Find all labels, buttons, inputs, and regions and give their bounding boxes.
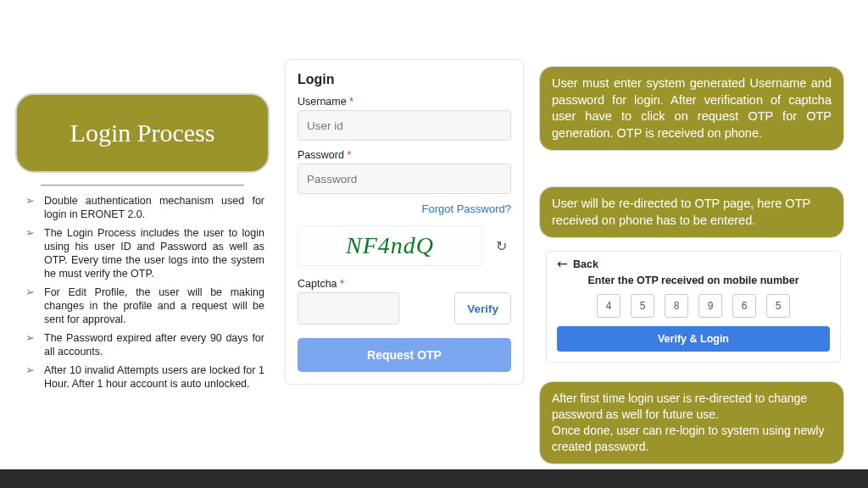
otp-digit-input[interactable]: 5 bbox=[631, 294, 654, 318]
back-button[interactable]: 🡐 Back bbox=[557, 258, 830, 270]
captcha-image: NF4ndQ bbox=[298, 225, 482, 266]
otp-card: 🡐 Back Enter the OTP received on mobile … bbox=[546, 251, 841, 363]
bullet-list: Double authentication mechanism used for… bbox=[15, 194, 270, 391]
arrow-left-icon: 🡐 bbox=[557, 258, 568, 270]
bullet-item: For Edit Profile, the user will be makin… bbox=[44, 286, 270, 326]
bullet-item: The Login Process includes the user to l… bbox=[44, 226, 270, 280]
captcha-input[interactable] bbox=[298, 292, 399, 324]
username-label: Username * bbox=[298, 96, 511, 108]
note-change-password: After first time login user is re-direct… bbox=[539, 381, 844, 464]
otp-digit-row: 4 5 8 9 6 5 bbox=[557, 294, 830, 318]
otp-digit-input[interactable]: 5 bbox=[766, 294, 790, 318]
otp-digit-input[interactable]: 9 bbox=[698, 294, 722, 318]
page-title: Login Process bbox=[15, 93, 270, 173]
bullet-item: The Password expired after every 90 days… bbox=[44, 331, 270, 358]
otp-digit-input[interactable]: 8 bbox=[665, 294, 688, 318]
note-otp-redirect: User will be re-directed to OTP page, he… bbox=[539, 186, 844, 238]
back-label: Back bbox=[573, 258, 598, 270]
otp-message: Enter the OTP received on mobile number bbox=[577, 274, 810, 287]
note-login-instructions: User must enter system generated Usernam… bbox=[539, 66, 844, 151]
bullet-item: Double authentication mechanism used for… bbox=[44, 194, 270, 221]
verify-login-button[interactable]: Verify & Login bbox=[557, 326, 830, 352]
username-input[interactable] bbox=[298, 110, 511, 141]
request-otp-button[interactable]: Request OTP bbox=[298, 338, 511, 372]
otp-digit-input[interactable]: 6 bbox=[732, 294, 756, 318]
forgot-password-link[interactable]: Forgot Password? bbox=[298, 202, 511, 215]
captcha-label: Captcha * bbox=[298, 278, 511, 290]
bullet-item: After 10 invalid Attempts users are lock… bbox=[44, 363, 270, 391]
verify-button[interactable]: Verify bbox=[454, 292, 511, 324]
refresh-icon[interactable]: ↻ bbox=[491, 236, 511, 256]
login-heading: Login bbox=[298, 72, 511, 87]
login-form: Login Username * Password * Forgot Passw… bbox=[285, 59, 524, 385]
password-input[interactable] bbox=[298, 164, 511, 194]
title-divider bbox=[41, 185, 244, 186]
password-label: Password * bbox=[298, 149, 511, 161]
bottom-bar bbox=[0, 469, 868, 488]
otp-digit-input[interactable]: 4 bbox=[597, 294, 620, 318]
